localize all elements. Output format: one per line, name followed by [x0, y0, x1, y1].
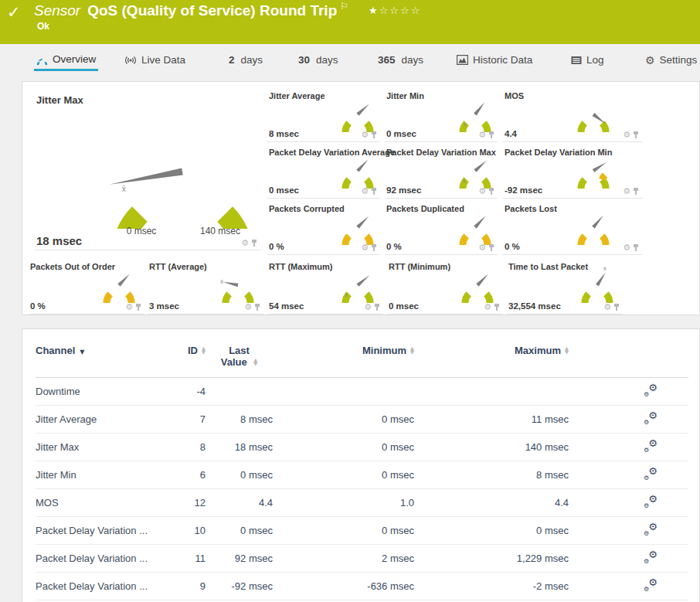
cell-channel: Jitter Min	[36, 461, 151, 489]
gauge-scale-max: 140 msec	[193, 226, 247, 236]
pin-icon[interactable]	[633, 131, 639, 139]
pin-icon[interactable]	[633, 188, 639, 196]
tab-historic-data[interactable]: Historic Data	[454, 49, 535, 71]
gauge-value: 32,554 msec	[508, 301, 561, 311]
channel-settings-icon[interactable]: ⚙⚙	[644, 523, 658, 535]
pin-icon[interactable]	[251, 240, 257, 247]
gear-icon[interactable]: ⚙	[603, 304, 611, 311]
gear-icon[interactable]: ⚙	[361, 188, 369, 196]
tab-label: days	[402, 54, 424, 66]
cell-max: 140 msec	[414, 434, 569, 461]
star-empty-icon[interactable]: ☆	[389, 5, 400, 16]
channel-table: Channel▼ID▲▼LastValue ▲▼Minimum▲▼Maximum…	[36, 340, 688, 602]
gauge-value: 0 %	[386, 242, 402, 251]
gauge-value: 4.4	[505, 129, 517, 138]
channel-settings-icon[interactable]: ⚙⚙	[644, 468, 658, 479]
priority-star-rating[interactable]: ★☆☆☆☆	[369, 5, 421, 16]
gauge-cell-actions: ⚙	[623, 188, 639, 196]
gear-icon[interactable]: ⚙	[361, 244, 369, 252]
svg-text:x̄: x̄	[122, 185, 126, 193]
gear-icon[interactable]: ⚙	[478, 244, 486, 252]
sort-icon[interactable]: ▲▼	[565, 347, 569, 355]
tab-30-days[interactable]: 30days	[296, 49, 341, 71]
cell-channel: Packet Delay Variation ...	[36, 545, 151, 573]
column-header-maximum[interactable]: Maximum▲▼	[414, 340, 569, 378]
pin-icon[interactable]	[371, 131, 377, 139]
column-header-last-value[interactable]: LastValue ▲▼	[206, 340, 273, 378]
gear-icon[interactable]: ⚙	[623, 131, 630, 139]
tab-number: 365	[378, 54, 396, 66]
channel-settings-icon[interactable]: ⚙⚙	[644, 412, 658, 423]
pin-icon[interactable]	[633, 244, 639, 252]
channel-settings-icon[interactable]: ⚙⚙	[644, 551, 658, 563]
gear-icon[interactable]: ⚙	[478, 131, 486, 139]
tab-live-data[interactable]: Live Data	[122, 49, 188, 71]
sort-desc-icon[interactable]: ▼	[80, 349, 84, 355]
channel-settings-icon[interactable]: ⚙⚙	[644, 440, 658, 451]
tab-settings[interactable]: ⚙Settings	[643, 49, 699, 71]
pin-icon[interactable]	[488, 131, 494, 139]
gauge-icon	[36, 53, 48, 65]
pin-icon[interactable]	[488, 244, 494, 252]
column-header-actions[interactable]	[569, 340, 688, 378]
tab-number: 30	[298, 54, 310, 66]
gear-icon[interactable]: ⚙	[478, 188, 486, 196]
gauge-cell-packets-duplicated: Packets Duplicated0 %⚙	[385, 199, 498, 255]
tab-label: Historic Data	[473, 54, 532, 66]
cell-actions: ⚙⚙	[569, 573, 688, 600]
gear-icon[interactable]: ⚙	[364, 304, 372, 311]
tab-number: 2	[229, 54, 235, 66]
tab-2-days[interactable]: 2days	[226, 49, 265, 71]
svg-text:x̄: x̄	[463, 178, 466, 185]
tab-365-days[interactable]: 365days	[375, 49, 426, 71]
flag-icon[interactable]: ⚐	[340, 1, 348, 12]
pin-icon[interactable]	[494, 304, 500, 311]
gauge-cell-actions: ⚙	[478, 131, 494, 139]
gauge-value: 92 msec	[386, 185, 421, 195]
gear-icon[interactable]: ⚙	[623, 244, 630, 252]
cell-channel: Packet Delay Variation ...	[36, 573, 151, 600]
pin-icon[interactable]	[613, 304, 620, 311]
tab-label: Overview	[53, 53, 96, 65]
gauge-cell-actions: ⚙	[361, 131, 377, 139]
column-header-channel[interactable]: Channel▼	[36, 340, 151, 378]
gauge-value: 0 msec	[269, 185, 299, 195]
star-filled-icon[interactable]: ★	[369, 5, 379, 16]
cell-min	[273, 378, 414, 406]
tab-overview[interactable]: Overview	[34, 49, 98, 71]
pin-icon[interactable]	[135, 304, 141, 311]
gear-icon[interactable]: ⚙	[623, 188, 630, 196]
cell-last: -92 msec	[206, 573, 273, 600]
star-empty-icon[interactable]: ☆	[400, 5, 411, 16]
pin-icon[interactable]	[254, 304, 260, 311]
sort-icon[interactable]: ▲▼	[253, 359, 257, 366]
star-empty-icon[interactable]: ☆	[411, 5, 422, 16]
svg-text:x̄: x̄	[345, 291, 348, 298]
gauge-value: 0 %	[30, 301, 46, 311]
gear-icon[interactable]: ⚙	[125, 304, 133, 311]
tab-log[interactable]: Log	[569, 49, 607, 71]
table-header-row: Channel▼ID▲▼LastValue ▲▼Minimum▲▼Maximum…	[36, 340, 688, 378]
cell-id: 9	[151, 573, 206, 600]
table-row: Packet Delay Variation ...100 msec0 msec…	[36, 517, 688, 545]
star-empty-icon[interactable]: ☆	[379, 5, 390, 16]
gear-icon[interactable]: ⚙	[484, 304, 491, 311]
pin-icon[interactable]	[371, 188, 377, 196]
column-header-id[interactable]: ID▲▼	[151, 340, 206, 378]
gear-icon[interactable]: ⚙	[244, 304, 252, 311]
gear-icon[interactable]: ⚙	[241, 240, 249, 247]
pin-icon[interactable]	[374, 304, 380, 311]
sort-icon[interactable]: ▲▼	[410, 347, 414, 355]
column-header-minimum[interactable]: Minimum▲▼	[273, 340, 414, 378]
sort-icon[interactable]: ▲▼	[202, 347, 206, 355]
pin-icon[interactable]	[488, 188, 494, 196]
packets-lost-gauge	[574, 209, 613, 245]
channel-settings-icon[interactable]: ⚙⚙	[644, 579, 658, 590]
gear-icon[interactable]: ⚙	[361, 131, 369, 139]
pin-icon[interactable]	[371, 244, 377, 252]
gauge-title: Jitter Min	[386, 91, 424, 100]
channel-settings-icon[interactable]: ⚙⚙	[644, 384, 658, 396]
channel-settings-icon[interactable]: ⚙⚙	[644, 495, 658, 507]
cell-actions: ⚙⚙	[569, 378, 688, 406]
cell-min: 0 msec	[273, 461, 414, 489]
